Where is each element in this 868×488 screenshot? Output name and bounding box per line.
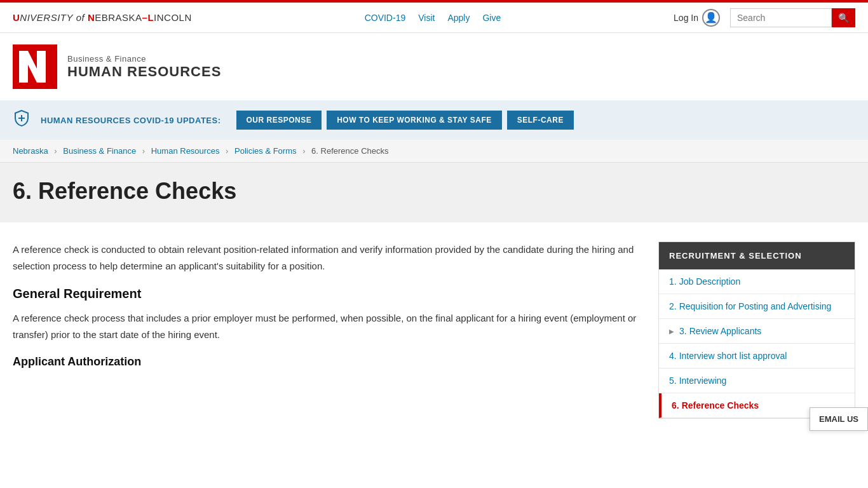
user-icon: 👤 (702, 9, 720, 27)
sidebar-item-review-applicants[interactable]: 3. Review Applicants (659, 319, 855, 344)
breadcrumb-nebraska[interactable]: Nebraska (13, 146, 48, 156)
top-nav-links: COVID-19 Visit Apply Give (365, 13, 501, 23)
page-title: 6. Reference Checks (13, 178, 855, 205)
covid-banner: HUMAN RESOURCES COVID-19 UPDATES: OUR RE… (0, 100, 868, 140)
sidebar-item-2-num: 2. (669, 301, 677, 311)
breadcrumb: Nebraska › Business & Finance › Human Re… (0, 140, 868, 163)
university-logo-text: UNIVERSITY of NEBRASKA–LINCOLN (13, 12, 192, 23)
breadcrumb-sep-2: › (142, 146, 145, 156)
search-form: 🔍 (730, 8, 855, 27)
nav-visit[interactable]: Visit (418, 13, 435, 23)
breadcrumb-business-finance[interactable]: Business & Finance (63, 146, 136, 156)
sidebar-item-4-label: Interview short list approval (679, 351, 787, 361)
our-response-btn[interactable]: OUR RESPONSE (236, 111, 322, 130)
sidebar-item-requisition[interactable]: 2. Requisition for Posting and Advertisi… (659, 294, 855, 319)
main-content: A reference check is conducted to obtain… (0, 222, 868, 438)
breadcrumb-current: 6. Reference Checks (311, 146, 388, 156)
sidebar-item-1-label: Job Description (679, 276, 741, 287)
covid-banner-label: HUMAN RESOURCES COVID-19 UPDATES: (41, 116, 221, 125)
email-us-button[interactable]: EMAIL US (810, 407, 868, 431)
sidebar-item-interview-shortlist[interactable]: 4. Interview short list approval (659, 344, 855, 369)
nav-give[interactable]: Give (482, 13, 501, 23)
business-finance-label: Business & Finance (67, 54, 221, 64)
site-header: Business & Finance HUMAN RESOURCES (0, 33, 868, 100)
site-title-block: Business & Finance HUMAN RESOURCES (67, 54, 221, 80)
sidebar-item-3-num: 3. (679, 326, 687, 336)
hr-title: HUMAN RESOURCES (67, 64, 221, 80)
nav-covid[interactable]: COVID-19 (365, 13, 406, 23)
login-area[interactable]: Log In 👤 (674, 9, 720, 27)
sidebar-item-interviewing[interactable]: 5. Interviewing (659, 369, 855, 393)
intro-paragraph: A reference check is conducted to obtain… (13, 241, 639, 274)
login-label: Log In (674, 13, 698, 23)
page-title-bar: 6. Reference Checks (0, 163, 868, 222)
sidebar-item-6-num: 6. (672, 400, 679, 410)
sidebar-item-1-num: 1. (669, 276, 677, 287)
self-care-btn[interactable]: SELF-CARE (507, 111, 574, 130)
sidebar-item-3-label: Review Applicants (689, 326, 762, 336)
sidebar-item-4-num: 4. (669, 351, 677, 361)
search-input[interactable] (730, 8, 832, 27)
breadcrumb-policies-forms[interactable]: Policies & Forms (234, 146, 297, 156)
search-button[interactable]: 🔍 (832, 8, 855, 27)
search-icon: 🔍 (838, 13, 849, 23)
sidebar-item-5-label: Interviewing (679, 376, 727, 386)
sidebar: RECRUITMENT & SELECTION 1. Job Descripti… (658, 241, 855, 419)
section2-title: Applicant Authorization (13, 355, 639, 369)
covid-shield-icon (13, 109, 31, 131)
sidebar-item-5-num: 5. (669, 376, 677, 386)
sidebar-item-2-label: Requisition for Posting and Advertising (679, 301, 832, 311)
breadcrumb-sep-3: › (226, 146, 228, 156)
university-n-logo (13, 44, 57, 89)
content-left: A reference check is conducted to obtain… (13, 241, 639, 419)
sidebar-nav: 1. Job Description 2. Requisition for Po… (659, 269, 855, 418)
keep-working-btn[interactable]: HOW TO KEEP WORKING & STAY SAFE (327, 111, 502, 130)
sidebar-item-6-label: Reference Checks (682, 400, 759, 410)
top-bar-right: Log In 👤 🔍 (674, 8, 855, 27)
section1-text: A reference check process that includes … (13, 310, 639, 342)
breadcrumb-sep-1: › (54, 146, 57, 156)
sidebar-item-job-description[interactable]: 1. Job Description (659, 269, 855, 294)
sidebar-box: RECRUITMENT & SELECTION 1. Job Descripti… (658, 241, 855, 419)
sidebar-header: RECRUITMENT & SELECTION (659, 242, 855, 269)
covid-buttons: OUR RESPONSE HOW TO KEEP WORKING & STAY … (236, 111, 574, 130)
section1-title: General Requirement (13, 287, 639, 301)
nav-apply[interactable]: Apply (447, 13, 470, 23)
top-bar: UNIVERSITY of NEBRASKA–LINCOLN COVID-19 … (0, 0, 868, 33)
breadcrumb-human-resources[interactable]: Human Resources (151, 146, 220, 156)
breadcrumb-sep-4: › (302, 146, 305, 156)
